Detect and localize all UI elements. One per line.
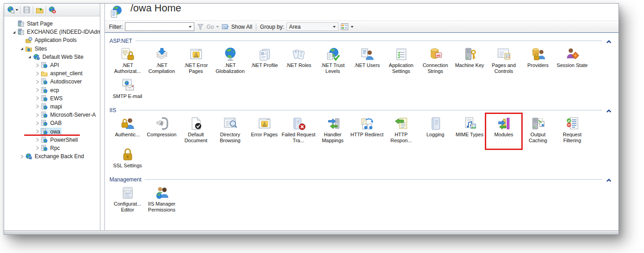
feature-label: Configurat... Editor [110,201,145,213]
feature-session-state[interactable]: Session State [555,47,589,74]
feature-grid: Authentic...CompressionDefault DocumentD… [110,116,593,172]
feature-smtp-e-mail[interactable]: SMTP E-mail [110,78,145,99]
feature-iis-manager-permissions[interactable]: IIS Manager Permissions [145,186,179,213]
feature-mime-types[interactable]: MIME Types [452,116,487,144]
feature-machine-key[interactable]: Machine Key [452,47,487,74]
tree-expander-icon[interactable] [34,104,40,109]
feature-failed-request-tra[interactable]: Failed Request Tra... [281,116,316,144]
feature-application-settings[interactable]: Application Settings [384,47,418,74]
tree-item-start-page[interactable]: Start Page [4,20,100,28]
tree-item-label: Sites [35,46,47,52]
feature-http-respon[interactable]: HTTP Respon... [384,116,418,144]
show-all-button[interactable]: Show All [231,24,252,30]
tree-expander-icon[interactable] [34,112,40,118]
feature-error-pages[interactable]: 404Error Pages [247,116,281,144]
tree-item-mapi[interactable]: mapi [4,103,100,111]
tree-expander-icon[interactable] [34,137,40,143]
feature-label: Compression [147,132,177,138]
feature-authentic[interactable]: Authentic... [110,116,145,144]
section-header-management: Management [109,176,618,183]
tree-item-default-web-site[interactable]: ?Default Web Site [4,53,100,61]
view-mode-caret-icon[interactable] [351,26,353,28]
view-mode-icon[interactable] [341,23,348,31]
go-options-caret-icon[interactable] [216,26,219,28]
tree-expander-icon[interactable] [34,71,40,76]
filter-dropdown-caret-icon[interactable] [189,26,192,28]
screenshot-stage: Start PageEXCHANGE (INDEED-ID\AdmApplica… [0,0,644,253]
go-button[interactable]: Go [207,24,214,30]
feature-configurat-editor[interactable]: Configurat... Editor [110,186,145,213]
tree-site-globe-icon: ? [25,153,33,160]
tree-item-owa[interactable]: owa [4,127,100,135]
connect-server-icon-caret[interactable] [16,9,18,11]
group-by-caret-icon [333,26,336,28]
group-by-dropdown[interactable]: Area [286,22,338,31]
feature-request-filtering[interactable]: Request Filtering [555,116,589,144]
tree-item-rpc[interactable]: Rpc [4,144,100,152]
tree-expander-icon[interactable] [34,79,40,84]
tree-expander-icon[interactable] [34,129,40,134]
feature-net-compilation[interactable]: .NET Compilation [145,47,179,74]
feature-net-authorizat[interactable]: .NET Authorizat... [110,47,145,74]
connect-server-icon[interactable] [6,5,15,14]
feature-connection-strings[interactable]: abConnection Strings [418,47,452,74]
feature-net-globalization[interactable]: .NET Globalization [213,47,247,74]
tree-item-api[interactable]: API [4,61,100,69]
tree-item-sites[interactable]: Sites [4,45,100,53]
doc-check-icon [189,116,203,131]
feature-net-error-pages[interactable]: 404.NET Error Pages [179,47,213,74]
save-connections-icon[interactable] [22,5,31,14]
tree-expander-icon[interactable] [34,120,40,126]
tree-expander-icon[interactable] [10,29,17,35]
tree-app-icon [41,62,48,69]
feature-providers[interactable]: Providers [521,47,555,74]
pane-splitter[interactable] [100,4,105,230]
tree-item-ews[interactable]: EWS [4,94,100,103]
feature-logging[interactable]: Logging [418,116,452,144]
feature-label: Connection Strings [418,62,452,74]
tree-expander-icon[interactable] [34,145,40,151]
doc-lock-icon [120,47,135,62]
tree-item-exchange-indeed-id-adm[interactable]: EXCHANGE (INDEED-ID\Adm [4,28,100,36]
up-level-icon[interactable] [35,5,44,14]
feature-label: .NET Profile [251,62,278,68]
feature-net-users[interactable]: .NET Users [350,47,384,74]
go-funnel-icon [197,23,204,31]
feature-http-redirect[interactable]: HTTP Redirect [350,116,384,144]
feature-compression[interactable]: Compression [145,116,179,144]
tree-item-oab[interactable]: OAB [4,119,100,127]
feature-pages-and-controls[interactable]: Pages and Controls [487,47,521,74]
feature-handler-mappings[interactable]: Handler Mappings [316,116,350,144]
disconnect-icon[interactable] [48,5,57,14]
tree-item-autodiscover[interactable]: Autodiscover [4,77,100,86]
feature-net-roles[interactable]: .NET Roles [281,47,316,74]
feature-default-document[interactable]: Default Document [179,116,213,144]
section-collapse-icon[interactable] [606,108,612,113]
tree-expander-icon[interactable] [34,96,40,101]
feature-directory-browsing[interactable]: Directory Browsing [213,116,247,144]
feature-ssl-settings[interactable]: SSL Settings [110,147,145,169]
tree-item-aspnet-client[interactable]: aspnet_client [4,69,100,77]
tree-item-powershell[interactable]: PowerShell [4,136,100,144]
tree-app-icon [41,111,48,119]
section-divider-line [135,41,602,41]
tree-expander-icon[interactable] [18,154,25,159]
feature-modules[interactable]: Modules [487,116,521,144]
pages-controls-icon [497,47,511,62]
tree-expander-icon[interactable] [26,54,32,60]
filter-input[interactable] [125,22,194,31]
tree-item-microsoft-server-a[interactable]: Microsoft-Server-A [4,111,100,119]
tree-expander-icon[interactable] [18,46,25,52]
feature-net-trust-levels[interactable]: .NET Trust Levels [316,47,350,74]
tree-expander-icon[interactable] [34,88,40,93]
feature-net-profile[interactable]: .NET Profile [247,47,281,74]
section-collapse-icon[interactable] [606,177,612,182]
tree-item-application-pools[interactable]: Application Pools [4,36,100,44]
tree-expander-icon[interactable] [34,62,40,68]
tree-item-ecp[interactable]: ecp [4,86,100,94]
tree-item-exchange-back-end[interactable]: ?Exchange Back End [4,152,100,160]
feature-label: Providers [527,62,548,68]
feature-output-caching[interactable]: Output Caching [521,116,555,144]
section-collapse-icon[interactable] [606,38,612,44]
site-home-icon [109,5,123,19]
